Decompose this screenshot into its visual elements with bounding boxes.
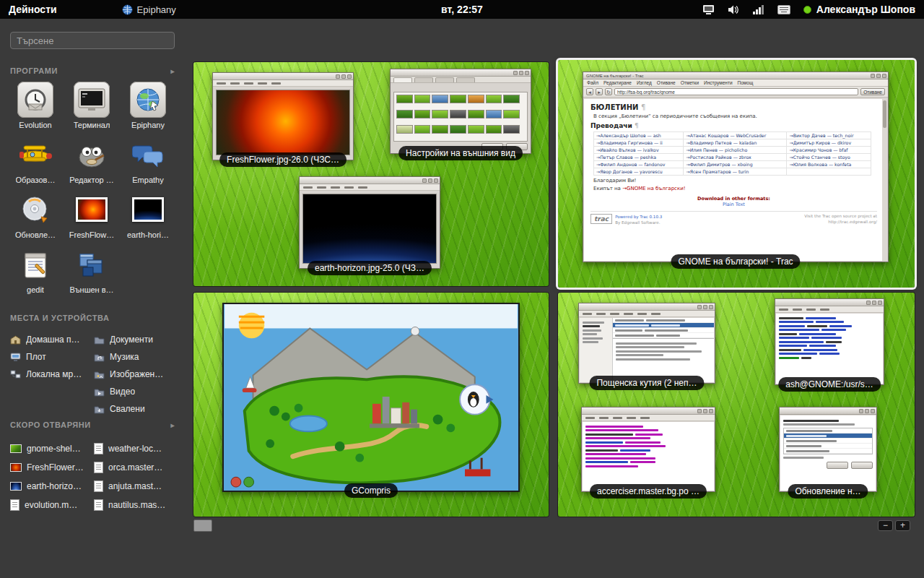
translator-link[interactable]: →Красимир Чонов — bfaf: [787, 147, 871, 154]
translator-link[interactable]: →Юлия Волкова — konfeta: [787, 161, 871, 168]
translator-link[interactable]: [787, 168, 871, 176]
dialog-button[interactable]: [851, 462, 873, 469]
user-menu[interactable]: Александър Шопов: [803, 4, 915, 15]
translator-link[interactable]: →Александър Шопов — ash: [594, 132, 684, 139]
reload-button[interactable]: ↻: [605, 88, 612, 95]
translator-link[interactable]: →Илия Пенев — picholicho: [684, 147, 787, 154]
translator-link[interactable]: →Виктор Дачев — tech_noir: [787, 132, 871, 139]
recent-evolution-file[interactable]: evolution.m…: [10, 496, 92, 514]
menu-view[interactable]: Изглед: [637, 80, 652, 85]
text-file-icon: [94, 462, 103, 473]
app-appearance[interactable]: Външен в…: [64, 246, 120, 301]
app-empathy[interactable]: Empathy: [120, 136, 176, 191]
app-earth-horizon-image[interactable]: earth-hori…: [120, 191, 176, 246]
translator-link[interactable]: →Петър Славов — peshka: [594, 154, 684, 161]
window-gcompris[interactable]: GCompris: [222, 303, 520, 492]
recent-weather-locations[interactable]: weather-loc…: [94, 439, 176, 458]
place-home[interactable]: Домашна п…: [10, 331, 92, 348]
menu-bookmarks[interactable]: Отметки: [681, 80, 699, 85]
dialog-button[interactable]: [827, 462, 848, 469]
clock[interactable]: вт, 22:57: [441, 4, 483, 15]
place-desktop[interactable]: Плот: [10, 348, 92, 366]
translator-link[interactable]: →Стойчо Станчев — stoyo: [787, 154, 871, 161]
app-gedit[interactable]: gedit: [7, 246, 64, 301]
place-videos[interactable]: Видео: [94, 383, 176, 400]
volume-icon[interactable]: [728, 4, 740, 15]
menu-help[interactable]: Помощ: [738, 80, 754, 85]
workspace-4[interactable]: Пощенска кутия (2 неп… ash@GNOME:/usr/s…: [558, 293, 915, 517]
window-freshflower[interactable]: FreshFlower.jpg-26.0 (ЧЗС…: [212, 72, 354, 160]
recent-orca-master[interactable]: orca.master…: [94, 458, 176, 477]
app-gcompris[interactable]: Образов…: [7, 136, 64, 191]
app-epiphany[interactable]: Epiphany: [120, 81, 176, 136]
place-music[interactable]: Музика: [94, 348, 176, 366]
window-mailbox[interactable]: Пощенска кутия (2 неп…: [578, 303, 715, 384]
translator-link[interactable]: →Ивайло Вълков — ivalkov: [594, 147, 684, 154]
recent-earth-horizon[interactable]: earth-horizo…: [10, 477, 92, 496]
recent-anjuta-master[interactable]: anjuta.mast…: [94, 477, 176, 496]
app-terminal[interactable]: Терминал: [64, 81, 120, 136]
place-pictures[interactable]: Изображен…: [94, 366, 176, 383]
text-file-icon: [10, 499, 19, 511]
programs-expand-icon[interactable]: ▸: [170, 67, 175, 75]
window-po-editor[interactable]: accerciser.master.bg.po …: [581, 407, 715, 492]
window-title-pill: Настройки на външния вид: [398, 146, 523, 160]
address-bar[interactable]: http://fsa-bg.org/trac/gnome: [614, 88, 858, 95]
workspace-2[interactable]: GNOME на български! - Trac Файл Редактир…: [558, 60, 915, 288]
workspace-3[interactable]: GCompris: [193, 293, 549, 517]
gcompris-scene: [224, 304, 518, 491]
network-signal-icon[interactable]: [753, 4, 764, 14]
window-earth-horizon[interactable]: earth-horizon.jpg-25.0 (ЧЗ…: [299, 176, 440, 269]
recent-nautilus-master[interactable]: nautilus.mas…: [94, 496, 176, 514]
app-image-editor[interactable]: Редактор …: [64, 136, 120, 191]
gnome-bg-link[interactable]: →GNOME на български!: [622, 186, 685, 191]
app-label: FreshFlow…: [69, 230, 114, 239]
app-menu[interactable]: Epiphany: [122, 4, 176, 15]
recent-gnome-shell[interactable]: gnome-shel…: [10, 439, 92, 458]
menu-tools[interactable]: Инструменти: [704, 80, 733, 85]
recent-expand-icon[interactable]: ▸: [170, 421, 175, 429]
window-terminal[interactable]: ash@GNOME:/usr/s…: [775, 298, 884, 385]
translator-link[interactable]: →Владимира Гиргинова — ii: [594, 139, 684, 147]
translator-link[interactable]: →Димитър Киров — dkirov: [787, 139, 871, 147]
activities-button[interactable]: Дейности: [0, 4, 66, 15]
search-input[interactable]: [10, 32, 175, 49]
menu-go[interactable]: Отиване: [657, 80, 676, 85]
place-downloads[interactable]: Свалени: [94, 400, 176, 418]
window-trac-browser[interactable]: GNOME на български! - Trac Файл Редактир…: [583, 72, 889, 262]
translator-link[interactable]: →Ростислав Райков — zbrox: [684, 154, 787, 161]
place-local-network[interactable]: Локална мр…: [10, 366, 92, 383]
app-freshflower-image[interactable]: FreshFlow…: [64, 191, 120, 246]
workspace-1[interactable]: FreshFlower.jpg-26.0 (ЧЗС… Настройки на …: [193, 62, 549, 286]
app-label: gedit: [27, 285, 44, 294]
translator-link[interactable]: →Явор Доганов — yavorescu: [594, 168, 684, 176]
browser-scrollbar[interactable]: [882, 99, 887, 261]
translator-link[interactable]: →Ясен Праматаров — turin: [684, 168, 787, 176]
workspace-indicator[interactable]: [193, 519, 212, 532]
back-button[interactable]: ◂: [586, 88, 593, 95]
translator-link[interactable]: →Филип Димитров — xboing: [684, 161, 787, 168]
menu-edit[interactable]: Редактиране: [603, 80, 632, 85]
translator-link[interactable]: →Филип Андонов — fandonov: [594, 161, 684, 168]
menu-file[interactable]: Файл: [587, 80, 598, 85]
keyboard-icon[interactable]: [777, 5, 790, 14]
programs-section-header: ПРОГРАМИ ▸: [10, 66, 175, 75]
forward-button[interactable]: ▸: [596, 88, 603, 95]
trac-link[interactable]: Powered by Trac 0.10.3: [615, 215, 662, 219]
recent-freshflower[interactable]: FreshFlower…: [10, 458, 92, 477]
add-workspace-button[interactable]: +: [895, 520, 910, 531]
remove-workspace-button[interactable]: −: [878, 520, 893, 531]
translator-link[interactable]: →Атанас Кошаров — WebCrusader: [684, 132, 787, 139]
display-icon[interactable]: [702, 4, 715, 15]
window-titlebar: [579, 303, 715, 311]
plain-text-link[interactable]: Plain Text: [590, 202, 877, 207]
go-button[interactable]: Отиване: [860, 88, 885, 95]
place-documents[interactable]: Документи: [94, 331, 176, 348]
window-update-manager[interactable]: Обновление н…: [779, 407, 877, 492]
window-menubar: [775, 306, 884, 313]
app-software-update[interactable]: Обновле…: [7, 191, 64, 246]
window-appearance[interactable]: Настройки на външния вид: [390, 69, 531, 154]
app-evolution[interactable]: Evolution: [7, 81, 64, 136]
window-buttons: [697, 305, 713, 309]
translator-link[interactable]: →Владимир Петков — kaladan: [684, 139, 787, 147]
